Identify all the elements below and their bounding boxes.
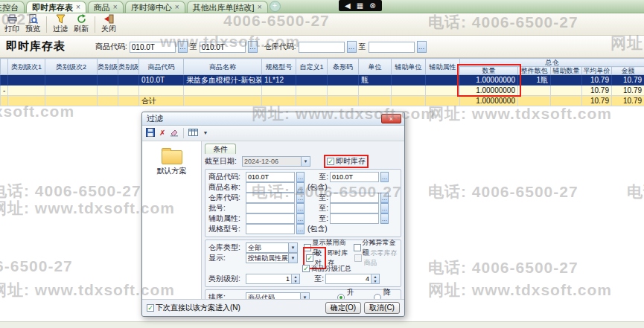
tab-realtime-inventory[interactable]: 即时库存表× <box>26 1 86 13</box>
column-header[interactable]: 类别级次2 <box>45 59 98 75</box>
grid-cell[interactable] <box>98 86 118 96</box>
chevron-down-icon[interactable]: ▼ <box>203 129 208 138</box>
warehouse-type-combobox[interactable]: 全部 ▼ <box>246 242 298 253</box>
column-header[interactable] <box>1 59 8 75</box>
level-to-input[interactable] <box>325 274 372 284</box>
lookup-icon[interactable]: … <box>347 41 357 53</box>
preview-button[interactable]: 预览 <box>22 14 43 34</box>
column-header[interactable]: 辅助单位 <box>392 59 426 75</box>
grid-cell[interactable] <box>8 75 45 86</box>
column-header[interactable]: 单位 <box>359 59 392 75</box>
grid-cell[interactable] <box>262 86 296 96</box>
level-from-stepper[interactable]: ▲▼ <box>246 274 300 284</box>
column-header[interactable]: 平均单价 <box>582 67 612 75</box>
column-header[interactable]: 数量 <box>460 67 518 75</box>
grid-cell[interactable] <box>426 86 460 96</box>
product-code-to-input[interactable] <box>200 42 246 53</box>
grid-cell[interactable] <box>1 75 8 86</box>
column-header[interactable]: 辅助属性 <box>426 59 460 75</box>
ok-button[interactable]: 确定(O) <box>325 302 361 314</box>
tab-close-icon[interactable]: × <box>258 2 262 13</box>
tab-goods[interactable]: 商品× <box>88 1 124 13</box>
lookup-icon[interactable]: … <box>296 193 305 203</box>
field-from-input[interactable] <box>246 213 295 224</box>
grid-cell[interactable] <box>328 75 359 86</box>
grid-cell[interactable] <box>296 86 328 96</box>
field-from-input[interactable] <box>246 193 295 203</box>
new-tab-icon[interactable]: + <box>270 1 281 12</box>
remember-scheme-checkbox[interactable]: ✓ 下次直接以该方案进入(N) <box>147 303 240 313</box>
dialog-title-bar[interactable]: 过滤 × <box>142 112 404 126</box>
table-row-selected[interactable]: 010.0T果益多血橙橙汁-新包装1L*12瓶1.000000001瓶10.79… <box>1 75 644 86</box>
print-button[interactable]: 打印 <box>1 14 22 34</box>
tab-close-icon[interactable]: × <box>175 2 179 13</box>
grid-cell[interactable]: 10.79 <box>582 86 612 96</box>
field-to-input[interactable] <box>330 193 379 203</box>
grid-cell[interactable] <box>392 75 426 86</box>
save-scheme-icon[interactable] <box>146 126 155 140</box>
delete-scheme-icon[interactable]: ✗ <box>159 129 165 138</box>
lookup-icon[interactable]: … <box>296 224 305 234</box>
column-header[interactable]: 自定义1 <box>296 59 328 75</box>
lookup-icon[interactable]: … <box>296 213 305 224</box>
save-image-icon[interactable]: ▦ <box>357 0 363 11</box>
chevron-down-icon[interactable]: ▼ <box>300 293 309 299</box>
grade-summary-checkbox[interactable]: ✓ 商品分级汇总 <box>302 264 351 274</box>
column-header[interactable]: 类别级次3 <box>98 59 118 75</box>
filter-button[interactable]: 过滤 <box>50 14 71 34</box>
grid-cell[interactable] <box>328 86 359 96</box>
tab-journal-center[interactable]: 序时簿中心× <box>125 1 185 13</box>
grid-cell[interactable] <box>392 86 426 96</box>
clear-icon[interactable] <box>170 126 179 140</box>
grid-cell[interactable] <box>551 75 582 86</box>
tab-console[interactable]: 主控台 <box>0 1 25 13</box>
grid-cell[interactable]: 果益多血橙橙汁-新包装 <box>184 75 262 86</box>
spinner-icons[interactable]: ▲▼ <box>292 274 300 284</box>
chevron-down-icon[interactable]: ▼ <box>288 254 297 263</box>
tab-conditions[interactable]: 条件 <box>205 144 236 154</box>
column-header[interactable]: 辅助数量 <box>551 67 582 75</box>
product-code-from-input[interactable] <box>130 42 176 53</box>
grid-cell[interactable]: 1.00000000 <box>460 86 518 96</box>
field-from-input[interactable] <box>246 172 295 182</box>
warehouse-to-input[interactable] <box>369 42 415 53</box>
grid-cell[interactable] <box>8 86 45 96</box>
tab-close-icon[interactable]: × <box>76 2 80 13</box>
grid-cell[interactable]: 1.00000000 <box>460 75 518 86</box>
column-header[interactable]: 规格型号 <box>262 59 296 75</box>
grid-cell[interactable] <box>45 75 98 86</box>
chevron-down-icon[interactable]: ▼ <box>288 243 297 252</box>
lookup-icon[interactable]: … <box>296 172 305 182</box>
lookup-icon[interactable]: … <box>248 41 258 53</box>
descending-radio[interactable]: 降序 <box>374 287 398 299</box>
column-header[interactable]: 金额 <box>612 67 644 75</box>
lookup-icon[interactable]: … <box>380 172 389 182</box>
column-header[interactable]: 类别级次4 <box>118 59 139 75</box>
lookup-icon[interactable]: … <box>417 41 427 53</box>
grid-cell[interactable] <box>518 86 551 96</box>
column-header[interactable]: 类别级次1 <box>8 59 45 75</box>
share-icon[interactable]: ◀ <box>345 0 351 11</box>
table-row-subtotal[interactable]: -1.0000000010.7910.79 <box>1 86 644 96</box>
close-button[interactable]: 关闭 <box>98 14 119 34</box>
field-from-input[interactable] <box>246 182 295 193</box>
column-header[interactable]: 商品名称 <box>184 59 262 75</box>
field-from-input[interactable] <box>246 203 295 213</box>
level-to-stepper[interactable]: ▲▼ <box>325 274 380 284</box>
grid-cell[interactable]: 010.0T <box>139 75 184 86</box>
lookup-icon[interactable]: … <box>380 193 389 203</box>
grid-cell[interactable] <box>551 86 582 96</box>
grid-cell[interactable] <box>426 75 460 86</box>
table-row-total[interactable]: 合计1.0000000010.7910.79 <box>1 96 644 106</box>
spinner-icons[interactable]: ▲▼ <box>372 274 380 284</box>
grid-cell[interactable]: 1瓶 <box>518 75 551 86</box>
columns-icon[interactable] <box>188 126 198 140</box>
tab-close-icon[interactable]: × <box>113 2 118 13</box>
grid-cell[interactable]: 10.79 <box>612 75 644 86</box>
column-header[interactable]: 商品代码 <box>139 59 184 75</box>
chevron-down-icon[interactable]: ▼ <box>301 157 310 166</box>
warehouse-from-input[interactable] <box>299 42 345 53</box>
display-combobox[interactable]: 按辅助属性展开 ▼ <box>246 253 298 263</box>
close-capture-icon[interactable]: ⊗ <box>369 0 375 11</box>
grid-cell[interactable] <box>118 75 139 86</box>
